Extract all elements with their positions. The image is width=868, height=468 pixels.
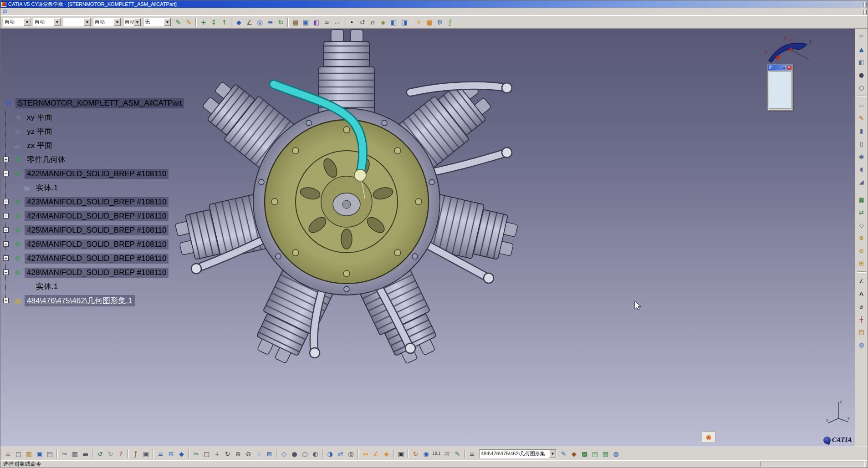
dropdown-arrow-icon[interactable]: ▼	[134, 18, 141, 26]
free-rotate-icon[interactable]: ↺	[357, 17, 368, 27]
menu-edit[interactable]	[24, 8, 31, 15]
painter-icon[interactable]: ✎	[173, 17, 184, 27]
wireframe-view-icon[interactable]: ○	[300, 448, 310, 459]
grid-icon[interactable]: ⊞	[442, 448, 452, 459]
knowledge-pen-icon[interactable]: ✎	[452, 448, 463, 459]
tree-item-label[interactable]: 零件几何体	[25, 154, 68, 165]
tree-expander[interactable]: +	[3, 227, 9, 233]
tree-list-icon[interactable]: ≡	[467, 448, 477, 459]
tree-item-label[interactable]: yz 平面	[25, 126, 55, 137]
fit-all-icon[interactable]: ⊠	[264, 448, 275, 459]
plane-icon[interactable]: ▱	[857, 100, 867, 110]
list-arrows-icon[interactable]: ≡	[265, 17, 276, 27]
help-icon[interactable]: ?	[116, 448, 126, 459]
tree-expander[interactable]: −	[3, 270, 9, 275]
tree-item-label[interactable]: 424\MANIFOLD_SOLID_BREP #108110	[25, 211, 168, 221]
tree-item-solid-1b[interactable]: ▣ 实体.1	[3, 280, 184, 294]
fly-mode-icon[interactable]: ▲	[857, 44, 867, 54]
measure-icon[interactable]: ∠	[857, 276, 867, 286]
tree-item-label[interactable]: STERNMOTOR_KOMPLETT_ASM_AllCATPart	[15, 98, 184, 108]
north-arrow-icon[interactable]: ↑	[219, 17, 230, 27]
maximize-button[interactable]	[864, 2, 865, 7]
dropdown-arrow-icon[interactable]: ▼	[84, 18, 91, 26]
toolbar-grip[interactable]: ≡	[857, 31, 867, 41]
hidden-line-icon[interactable]: ◐	[310, 448, 321, 459]
angle-snap-icon[interactable]: ∠	[244, 17, 255, 27]
image-capture-icon[interactable]: ▣	[141, 448, 151, 459]
graphic-color-combo[interactable]: 自动 ▼	[3, 18, 31, 26]
tree-item-zx-plane[interactable]: ▱ zx 平面	[3, 138, 184, 153]
axis-system-icon[interactable]: ┼	[857, 314, 867, 324]
dropdown-arrow-icon[interactable]: ▼	[164, 18, 171, 26]
tree-item-424-manifold[interactable]: + ⚙ 424\MANIFOLD_SOLID_BREP #108110	[3, 209, 184, 223]
tree-item-label[interactable]: 425\MANIFOLD_SOLID_BREP #108110	[25, 225, 168, 235]
copy-icon[interactable]: ▥	[70, 448, 80, 459]
abc-annotation-icon[interactable]: A	[857, 289, 867, 299]
redo-icon[interactable]: ↻	[105, 448, 116, 459]
anchor-icon[interactable]: ◆	[176, 448, 187, 459]
pan-arrows-icon[interactable]: +	[198, 17, 209, 27]
normal-view-icon[interactable]: ⊥	[254, 448, 264, 459]
child-restore-button[interactable]	[864, 10, 865, 15]
hide-show-icon[interactable]: ◑	[325, 448, 335, 459]
tree-root[interactable]: ⚙ STERNMOTOR_KOMPLETT_ASM_AllCATPart	[3, 96, 184, 110]
line-type-combo[interactable]: ——— ▼	[63, 18, 91, 26]
menu-start[interactable]	[10, 8, 17, 15]
menu-view[interactable]	[31, 8, 39, 15]
engine-3d-model[interactable]	[151, 29, 542, 384]
sheet-icon[interactable]: ▱	[332, 17, 342, 27]
tree-item-xy-plane[interactable]: ▱ xy 平面	[3, 110, 184, 124]
dropdown-arrow-icon[interactable]: ▼	[24, 18, 31, 26]
tree-item-geoset[interactable]: + ▦ 484\476\475\462\几何图形集.1	[3, 294, 184, 308]
dropdown-arrow-icon[interactable]: ▼	[549, 450, 556, 458]
save-icon[interactable]: ▣	[34, 448, 45, 459]
close-button[interactable]	[866, 2, 867, 7]
menu-window[interactable]	[53, 8, 61, 15]
mirror-icon[interactable]: ⇄	[857, 207, 867, 217]
tree-item-428-manifold[interactable]: − ⚙ 428\MANIFOLD_SOLID_BREP #108110	[3, 265, 184, 280]
boolean-icon[interactable]: ⊕	[857, 233, 867, 243]
power-copy-icon[interactable]: ⚡	[414, 17, 424, 27]
zoom-in-icon[interactable]: ⊕	[233, 448, 243, 459]
3d-viewport[interactable]: ⚙ STERNMOTOR_KOMPLETT_ASM_AllCATPart ▱ x…	[0, 29, 855, 447]
undo-icon[interactable]: ↺	[95, 448, 105, 459]
tree-expander[interactable]: +	[3, 213, 9, 219]
child-minimize-button[interactable]	[863, 10, 864, 15]
snap-grid-icon[interactable]: ⊞	[166, 448, 176, 459]
rotate-view-icon[interactable]: ↻	[222, 448, 233, 459]
fx-formula-icon[interactable]: ƒ	[130, 448, 141, 459]
swap-space-icon[interactable]: ⇄	[335, 448, 346, 459]
tree-expander[interactable]: +	[3, 157, 9, 162]
pattern-icon[interactable]: ▦	[857, 194, 867, 204]
menu-tools[interactable]	[46, 8, 53, 15]
gem-icon[interactable]: ◈	[378, 17, 388, 27]
spray-icon[interactable]: ◧	[311, 17, 322, 27]
snap-magnet-icon[interactable]: ◆	[234, 17, 244, 27]
work-object-combo[interactable]: 484\476\475\462\几何图形集 ▼	[479, 449, 557, 458]
menu-insert[interactable]	[39, 8, 46, 15]
catalog-icon[interactable]: ▤	[290, 17, 301, 27]
units-icon[interactable]: 10.1	[431, 448, 442, 459]
minimize-button[interactable]	[863, 2, 864, 7]
point-style-icon[interactable]: •	[347, 17, 357, 27]
knife-icon[interactable]: ✂	[191, 448, 201, 459]
catalog-browser-icon[interactable]: ▤	[857, 327, 867, 337]
constraint-icon[interactable]: ⌀	[857, 301, 867, 311]
magnifier-icon[interactable]: ◎	[346, 448, 356, 459]
line-weight-combo[interactable]: 自动 ▼	[93, 18, 121, 26]
toolbar-grip[interactable]: ≡	[3, 448, 13, 459]
power-launcher-icon[interactable]: ◉	[702, 431, 715, 443]
measure-item-icon[interactable]: ∠	[371, 448, 381, 459]
shading-icon[interactable]: ●	[857, 70, 867, 80]
tree-expander[interactable]: +	[3, 255, 9, 261]
palette-close-icon[interactable]: ✕	[787, 66, 791, 70]
menu-help[interactable]	[61, 8, 68, 15]
view-cube-2-icon[interactable]: ◨	[399, 17, 409, 27]
view-cube-icon[interactable]: ◧	[857, 57, 867, 67]
pad-icon[interactable]: ▮	[857, 126, 867, 136]
open-icon[interactable]: ▥	[24, 448, 34, 459]
align-icon[interactable]: ≡	[155, 448, 166, 459]
tree-item-427-manifold[interactable]: + ⚙ 427\MANIFOLD_SOLID_BREP #108110	[3, 251, 184, 265]
camera-icon[interactable]: ▣	[396, 448, 406, 459]
cut-icon[interactable]: ✂	[59, 448, 70, 459]
